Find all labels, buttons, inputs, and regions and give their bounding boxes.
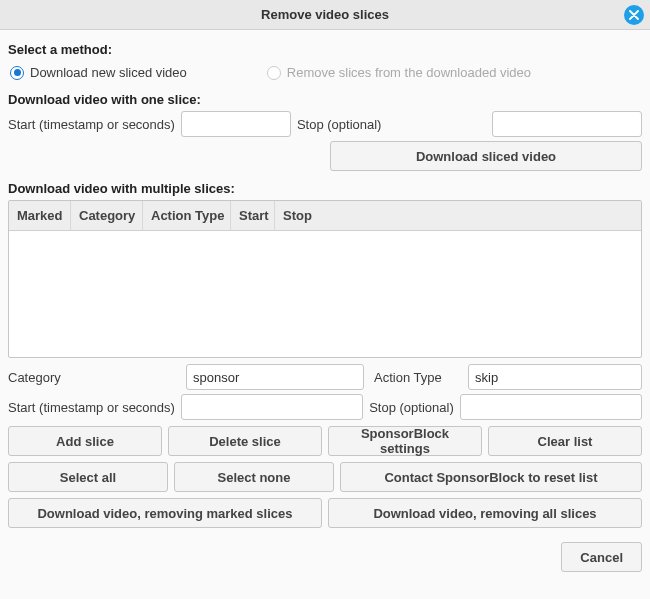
single-start-input[interactable]: [181, 111, 291, 137]
category-label: Category: [8, 370, 180, 385]
contact-sponsorblock-button[interactable]: Contact SponsorBlock to reset list: [340, 462, 642, 492]
col-start[interactable]: Start: [231, 201, 275, 230]
delete-slice-button[interactable]: Delete slice: [168, 426, 322, 456]
button-row-3: Download video, removing marked slices D…: [8, 498, 642, 528]
table-header-row: Marked Category Action Type Start Stop: [9, 201, 641, 231]
multi-slice-heading: Download video with multiple slices:: [8, 181, 642, 196]
close-button[interactable]: [624, 5, 644, 25]
button-row-1: Add slice Delete slice SponsorBlock sett…: [8, 426, 642, 456]
col-category[interactable]: Category: [71, 201, 143, 230]
single-slice-row: Start (timestamp or seconds) Stop (optio…: [8, 111, 642, 137]
radio-icon: [10, 66, 24, 80]
select-all-button[interactable]: Select all: [8, 462, 168, 492]
add-slice-button[interactable]: Add slice: [8, 426, 162, 456]
start-label: Start (timestamp or seconds): [8, 400, 175, 415]
single-download-row: Download sliced video: [8, 141, 642, 171]
radio-remove-downloaded: Remove slices from the downloaded video: [267, 65, 531, 80]
action-type-select[interactable]: skip: [468, 364, 642, 390]
radio-download-new[interactable]: Download new sliced video: [10, 65, 187, 80]
radio-label: Remove slices from the downloaded video: [287, 65, 531, 80]
window-title: Remove video slices: [261, 7, 389, 22]
stop-label: Stop (optional): [297, 117, 382, 132]
download-sliced-video-button[interactable]: Download sliced video: [330, 141, 642, 171]
select-none-button[interactable]: Select none: [174, 462, 334, 492]
category-select[interactable]: sponsor: [186, 364, 364, 390]
start-label: Start (timestamp or seconds): [8, 117, 175, 132]
slices-table[interactable]: Marked Category Action Type Start Stop: [8, 200, 642, 358]
single-slice-heading: Download video with one slice:: [8, 92, 642, 107]
multi-start-input[interactable]: [181, 394, 363, 420]
button-row-2: Select all Select none Contact SponsorBl…: [8, 462, 642, 492]
dialog-footer: Cancel: [8, 542, 642, 572]
method-radio-group: Download new sliced video Remove slices …: [8, 61, 642, 88]
col-marked[interactable]: Marked: [9, 201, 71, 230]
col-action-type[interactable]: Action Type: [143, 201, 231, 230]
radio-label: Download new sliced video: [30, 65, 187, 80]
close-icon: [629, 10, 639, 20]
category-action-row: Category sponsor Action Type skip: [8, 364, 642, 390]
method-heading: Select a method:: [8, 42, 642, 57]
cancel-button[interactable]: Cancel: [561, 542, 642, 572]
download-remove-marked-button[interactable]: Download video, removing marked slices: [8, 498, 322, 528]
multi-stop-input[interactable]: [460, 394, 642, 420]
download-remove-all-button[interactable]: Download video, removing all slices: [328, 498, 642, 528]
sponsorblock-settings-button[interactable]: SponsorBlock settings: [328, 426, 482, 456]
col-stop[interactable]: Stop: [275, 201, 641, 230]
single-stop-input[interactable]: [492, 111, 642, 137]
table-body: [9, 231, 641, 355]
multi-start-stop-row: Start (timestamp or seconds) Stop (optio…: [8, 394, 642, 420]
radio-icon: [267, 66, 281, 80]
action-type-label: Action Type: [374, 370, 462, 385]
dialog-content: Select a method: Download new sliced vid…: [0, 30, 650, 580]
clear-list-button[interactable]: Clear list: [488, 426, 642, 456]
stop-label: Stop (optional): [369, 400, 454, 415]
titlebar: Remove video slices: [0, 0, 650, 30]
